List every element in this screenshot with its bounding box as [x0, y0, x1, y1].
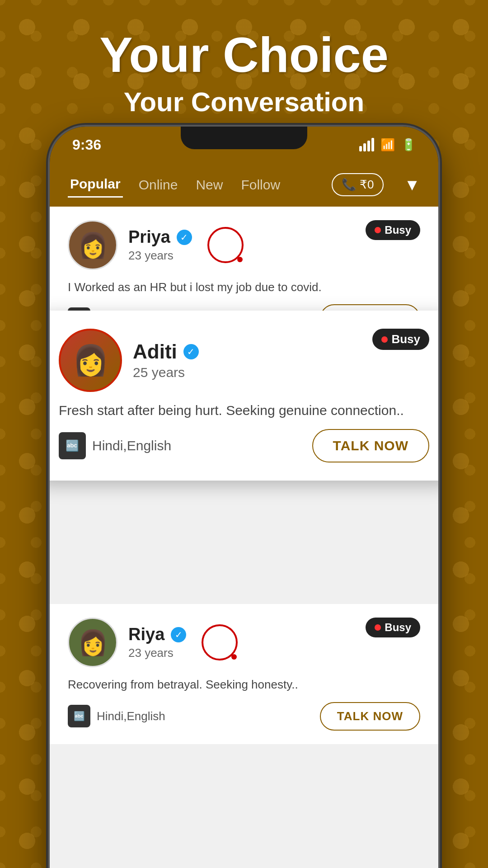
- balance-display[interactable]: 📞 ₹0: [332, 173, 384, 196]
- avatar-riya: 👩: [68, 618, 117, 667]
- age-aditi: 25 years: [133, 365, 199, 380]
- busy-badge-priya: Busy: [366, 220, 420, 240]
- talk-now-riya[interactable]: TALK NOW: [320, 702, 420, 731]
- battery-icon: 🔋: [401, 138, 416, 152]
- filter-icon[interactable]: ▼: [404, 175, 420, 194]
- phone-notch: [181, 127, 307, 149]
- name-section-aditi: Aditi ✓ 25 years: [133, 340, 199, 380]
- name-priya: Priya: [128, 227, 170, 247]
- content-area: 👩 Priya ✓ 23 years Busy I Worked as: [50, 207, 438, 868]
- name-section-priya: Priya ✓ 23 years: [128, 227, 192, 263]
- ring-icon-priya: [207, 227, 244, 263]
- verified-icon-priya: ✓: [177, 230, 192, 245]
- avatar-aditi: 👩: [59, 329, 122, 392]
- busy-dot: [375, 227, 381, 233]
- bio-priya: I Worked as an HR but i lost my job due …: [68, 279, 420, 295]
- main-title: Your Choice: [0, 27, 488, 82]
- nav-tabs: Popular Online New Follow 📞 ₹0 ▼: [50, 163, 438, 207]
- languages-aditi: Hindi,English: [92, 438, 171, 453]
- tab-follow[interactable]: Follow: [239, 173, 282, 197]
- phone-frame: 9:36 📶 🔋 Popular Online New Follow 📞 ₹0 …: [50, 127, 438, 868]
- name-section-riya: Riya ✓ 23 years: [128, 625, 186, 660]
- bio-riya: Recovering from betrayal. Seeking honest…: [68, 676, 420, 693]
- ring-icon-riya: [202, 624, 238, 660]
- balance-amount: ₹0: [360, 178, 374, 192]
- name-aditi: Aditi: [133, 340, 177, 363]
- signal-icon: [359, 138, 374, 151]
- busy-badge-aditi: Busy: [372, 329, 429, 350]
- busy-label: Busy: [385, 224, 411, 236]
- status-time: 9:36: [72, 137, 101, 153]
- header-section: Your Choice Your Conversation: [0, 0, 488, 118]
- languages-riya: Hindi,English: [97, 709, 165, 723]
- profile-card-aditi: 👩 Aditi ✓ 25 years Busy Fresh start afte…: [50, 311, 438, 481]
- phone-icon: 📞: [342, 178, 356, 192]
- busy-label-riya: Busy: [385, 621, 411, 634]
- verified-icon-riya: ✓: [171, 627, 186, 642]
- busy-dot-riya: [375, 624, 381, 631]
- translate-icon-riya: 🔤: [68, 705, 90, 727]
- age-riya: 23 years: [128, 646, 186, 660]
- main-subtitle: Your Conversation: [0, 86, 488, 118]
- avatar-priya: 👩: [68, 220, 117, 270]
- age-priya: 23 years: [128, 249, 192, 263]
- translate-icon-aditi: 🔤: [59, 432, 86, 459]
- language-section-riya: 🔤 Hindi,English: [68, 705, 165, 727]
- language-section-aditi: 🔤 Hindi,English: [59, 432, 171, 459]
- name-riya: Riya: [128, 625, 164, 644]
- tab-online[interactable]: Online: [136, 173, 180, 197]
- tab-new[interactable]: New: [193, 173, 225, 197]
- phone-screen: Popular Online New Follow 📞 ₹0 ▼ 👩 Priya…: [50, 163, 438, 868]
- talk-now-aditi[interactable]: TALK NOW: [312, 429, 429, 462]
- busy-dot-aditi: [381, 336, 388, 343]
- busy-label-aditi: Busy: [391, 332, 420, 346]
- status-icons: 📶 🔋: [359, 138, 416, 152]
- tab-popular[interactable]: Popular: [68, 172, 123, 198]
- busy-badge-riya: Busy: [366, 618, 420, 637]
- profile-card-riya: 👩 Riya ✓ 23 years Busy Recovering fr: [50, 604, 438, 744]
- bio-aditi: Fresh start after being hurt. Seeking ge…: [59, 401, 429, 420]
- wifi-icon: 📶: [380, 138, 395, 152]
- verified-icon-aditi: ✓: [183, 344, 199, 359]
